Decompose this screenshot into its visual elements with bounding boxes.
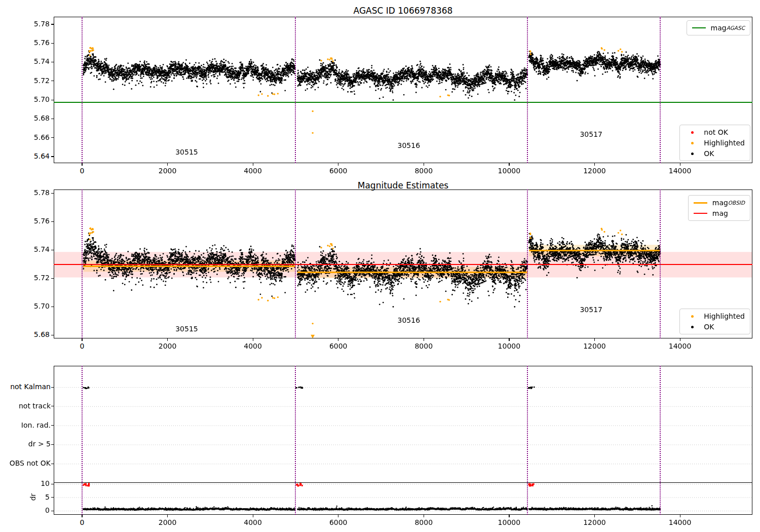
x-tick-mark (82, 163, 82, 166)
legend-magnitude_estimates_panel-line_legend: magOBSIDmag (688, 195, 750, 221)
x-tick-mark (253, 338, 253, 341)
x-tick-mark (167, 163, 168, 166)
x-tick-label: 12000 (572, 167, 617, 175)
obsid-annotation-30516: 30516 (386, 141, 432, 149)
legend-marker-swatch (685, 326, 699, 328)
mag-agasc-line (54, 102, 752, 103)
mag-obsid-line-30516 (297, 272, 527, 273)
flag-tick-mark (51, 444, 54, 445)
y-tick-mark (51, 156, 54, 157)
obsid-annotation-30515: 30515 (164, 148, 209, 156)
x-tick-mark (82, 515, 82, 517)
x-tick-label: 8000 (401, 342, 446, 350)
y-tick-mark (51, 100, 54, 100)
legend-label: Highlighted (704, 312, 745, 320)
y-tick-label: 5.64 (21, 152, 50, 160)
legend-label-subscript: AGASC (727, 25, 745, 31)
flag-row-label: not Kalman (1, 383, 51, 391)
y-tick-mark (51, 119, 54, 119)
flag-row-label: not track (1, 402, 51, 410)
legend-label: OK (704, 323, 714, 331)
obsid-boundary-line (660, 366, 661, 515)
y-tick-mark (51, 137, 54, 138)
legend-label: not OK (704, 128, 728, 136)
x-tick-mark (594, 515, 595, 517)
legend-marker-swatch (685, 153, 699, 155)
obsid-boundary-line (82, 189, 83, 338)
x-tick-mark (594, 163, 595, 166)
x-tick-mark (594, 338, 595, 341)
flag-tick-mark (51, 464, 54, 464)
y-tick-mark (51, 81, 54, 81)
y-tick-label: 5.66 (21, 133, 50, 141)
obsid-boundary-line (527, 366, 528, 515)
x-tick-label: 12000 (572, 342, 617, 350)
x-tick-label: 8000 (401, 167, 446, 175)
obsid-boundary-line (660, 17, 661, 163)
x-tick-mark (253, 163, 253, 166)
obsid-annotation-30516: 30516 (386, 316, 432, 324)
legend-label: mag (712, 209, 728, 217)
legend-label: Highlighted (704, 139, 745, 147)
dr-tick-mark (51, 497, 54, 498)
x-tick-label: 0 (59, 167, 105, 175)
legend-label: OK (704, 149, 714, 158)
swatch-shape (692, 27, 706, 28)
x-tick-label: 10000 (486, 342, 532, 350)
x-tick-label: 4000 (230, 518, 276, 526)
swatch-shape (694, 202, 707, 204)
obsid-annotation-30517: 30517 (568, 306, 614, 314)
y-tick-label: 5.76 (21, 217, 50, 225)
dr-axis-label: dr (29, 493, 37, 501)
y-tick-mark (51, 43, 54, 44)
y-tick-mark (51, 335, 54, 335)
y-tick-mark (51, 250, 54, 250)
x-tick-mark (424, 163, 424, 166)
y-tick-label: 5.70 (21, 95, 50, 103)
x-tick-label: 12000 (572, 518, 617, 526)
legend-entry-magagasc: magAGASC (692, 24, 745, 32)
panel2-title: Magnitude Estimates (54, 180, 752, 191)
y-tick-label: 5.68 (21, 114, 50, 122)
swatch-shape (691, 153, 694, 155)
y-tick-label: 5.68 (21, 330, 50, 338)
x-tick-label: 6000 (316, 167, 361, 175)
legend-entry-mag: mag (694, 209, 745, 217)
legend-entry-magobsid: magOBSID (694, 199, 745, 207)
x-tick-label: 4000 (230, 342, 276, 350)
obsid-boundary-line (82, 366, 83, 515)
y-tick-label: 5.74 (21, 57, 50, 65)
y-tick-mark (51, 221, 54, 222)
dr-tick-label: 10 (21, 479, 50, 487)
swatch-shape (691, 315, 694, 318)
x-tick-mark (509, 515, 509, 517)
legend-entry-highlighted: Highlighted (685, 312, 745, 320)
legend-entry-ok: OK (685, 149, 745, 158)
legend-line-swatch (694, 213, 708, 214)
dr-limit-line (54, 482, 752, 483)
swatch-shape (691, 142, 694, 144)
x-tick-label: 2000 (145, 167, 191, 175)
x-tick-mark (167, 515, 168, 517)
x-tick-mark (82, 338, 82, 341)
legend-label-subscript: OBSID (728, 200, 745, 206)
y-tick-label: 5.76 (21, 39, 50, 47)
x-tick-mark (509, 338, 509, 341)
x-tick-label: 10000 (486, 167, 532, 175)
x-tick-mark (680, 163, 680, 166)
x-tick-mark (167, 338, 168, 341)
obsid-boundary-line (660, 189, 661, 338)
obsid-boundary-line (82, 17, 83, 163)
obsid-annotation-30517: 30517 (568, 130, 614, 138)
obsid-boundary-line (527, 189, 528, 338)
mag-obsid-line-30517 (529, 250, 660, 251)
y-tick-mark (51, 24, 54, 24)
flags-dr-canvas (54, 366, 752, 515)
legend-marker-swatch (685, 315, 699, 318)
legend-line-swatch (692, 27, 706, 28)
y-tick-mark (51, 193, 54, 194)
x-tick-label: 2000 (145, 518, 191, 526)
legend-entry-highlighted: Highlighted (685, 139, 745, 147)
obsid-boundary-line (295, 17, 296, 163)
swatch-shape (694, 213, 707, 214)
